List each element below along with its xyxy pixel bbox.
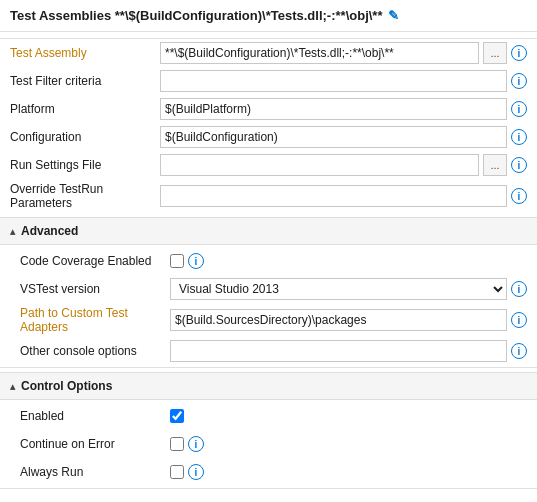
always-run-row: Always Run i: [10, 458, 537, 486]
run-settings-file-browse-button[interactable]: ...: [483, 154, 507, 176]
control-options-collapse-icon: ▴: [10, 381, 15, 392]
override-testrun-parameters-controls: i: [160, 185, 527, 207]
enabled-row: Enabled: [10, 402, 537, 430]
page-title: Test Assemblies **\$(BuildConfiguration)…: [0, 0, 537, 32]
always-run-checkbox[interactable]: [170, 465, 184, 479]
code-coverage-row: Code Coverage Enabled i: [10, 247, 537, 275]
title-text: Test Assemblies **\$(BuildConfiguration)…: [10, 8, 382, 23]
main-form: Test Assembly ... i Test Filter criteria…: [0, 32, 537, 495]
code-coverage-info-icon[interactable]: i: [188, 253, 204, 269]
other-console-options-label: Other console options: [20, 344, 170, 358]
control-options-section-content: Enabled Continue on Error i Always Run: [0, 400, 537, 489]
vstest-version-select[interactable]: Visual Studio 2013 Visual Studio 2015 Vi…: [170, 278, 507, 300]
path-custom-test-adapters-controls: i: [170, 309, 527, 331]
override-testrun-parameters-label: Override TestRun Parameters: [10, 182, 160, 210]
advanced-collapse-icon: ▴: [10, 226, 15, 237]
path-custom-test-adapters-label: Path to Custom Test Adapters: [20, 306, 170, 334]
continue-on-error-row: Continue on Error i: [10, 430, 537, 458]
test-assembly-controls: ... i: [160, 42, 527, 64]
code-coverage-checkbox-wrap: [170, 254, 184, 268]
other-console-options-controls: i: [170, 340, 527, 362]
test-filter-criteria-info-icon[interactable]: i: [511, 73, 527, 89]
test-filter-criteria-input[interactable]: [160, 70, 507, 92]
advanced-section-content: Code Coverage Enabled i VSTest version V…: [0, 245, 537, 368]
code-coverage-checkbox[interactable]: [170, 254, 184, 268]
other-console-options-row: Other console options i: [10, 337, 537, 365]
override-testrun-parameters-input[interactable]: [160, 185, 507, 207]
other-console-options-info-icon[interactable]: i: [511, 343, 527, 359]
continue-on-error-controls: i: [170, 436, 527, 452]
test-filter-criteria-controls: i: [160, 70, 527, 92]
vstest-version-label: VSTest version: [20, 282, 170, 296]
path-custom-test-adapters-input[interactable]: [170, 309, 507, 331]
vstest-version-controls: Visual Studio 2013 Visual Studio 2015 Vi…: [170, 278, 527, 300]
configuration-label: Configuration: [10, 130, 160, 144]
enabled-controls: [170, 409, 527, 423]
other-console-options-input[interactable]: [170, 340, 507, 362]
override-testrun-parameters-info-icon[interactable]: i: [511, 188, 527, 204]
platform-label: Platform: [10, 102, 160, 116]
platform-info-icon[interactable]: i: [511, 101, 527, 117]
enabled-checkbox-wrap: [170, 409, 184, 423]
configuration-row: Configuration i: [0, 123, 537, 151]
run-settings-file-row: Run Settings File ... i: [0, 151, 537, 179]
advanced-section-header[interactable]: ▴ Advanced: [0, 217, 537, 245]
always-run-info-icon[interactable]: i: [188, 464, 204, 480]
configuration-info-icon[interactable]: i: [511, 129, 527, 145]
platform-input[interactable]: [160, 98, 507, 120]
test-filter-criteria-row: Test Filter criteria i: [0, 67, 537, 95]
vstest-version-info-icon[interactable]: i: [511, 281, 527, 297]
platform-controls: i: [160, 98, 527, 120]
run-settings-file-label: Run Settings File: [10, 158, 160, 172]
enabled-label: Enabled: [20, 409, 170, 423]
vstest-version-row: VSTest version Visual Studio 2013 Visual…: [10, 275, 537, 303]
code-coverage-controls: i: [170, 253, 527, 269]
test-filter-criteria-label: Test Filter criteria: [10, 74, 160, 88]
continue-on-error-checkbox[interactable]: [170, 437, 184, 451]
configuration-controls: i: [160, 126, 527, 148]
test-assembly-row: Test Assembly ... i: [0, 38, 537, 67]
control-options-section-title: Control Options: [21, 379, 112, 393]
code-coverage-label: Code Coverage Enabled: [20, 254, 170, 268]
test-assembly-browse-button[interactable]: ...: [483, 42, 507, 64]
always-run-controls: i: [170, 464, 527, 480]
run-settings-file-input[interactable]: [160, 154, 479, 176]
test-assembly-info-icon[interactable]: i: [511, 45, 527, 61]
always-run-checkbox-wrap: [170, 465, 184, 479]
test-assembly-label: Test Assembly: [10, 46, 160, 60]
override-testrun-parameters-row: Override TestRun Parameters i: [0, 179, 537, 213]
edit-icon[interactable]: ✎: [388, 8, 399, 23]
configuration-input[interactable]: [160, 126, 507, 148]
always-run-label: Always Run: [20, 465, 170, 479]
advanced-section-title: Advanced: [21, 224, 78, 238]
run-settings-file-controls: ... i: [160, 154, 527, 176]
continue-on-error-info-icon[interactable]: i: [188, 436, 204, 452]
enabled-checkbox[interactable]: [170, 409, 184, 423]
path-custom-test-adapters-info-icon[interactable]: i: [511, 312, 527, 328]
path-custom-test-adapters-row: Path to Custom Test Adapters i: [10, 303, 537, 337]
run-settings-file-info-icon[interactable]: i: [511, 157, 527, 173]
continue-on-error-label: Continue on Error: [20, 437, 170, 451]
test-assembly-input[interactable]: [160, 42, 479, 64]
platform-row: Platform i: [0, 95, 537, 123]
continue-on-error-checkbox-wrap: [170, 437, 184, 451]
control-options-section-header[interactable]: ▴ Control Options: [0, 372, 537, 400]
